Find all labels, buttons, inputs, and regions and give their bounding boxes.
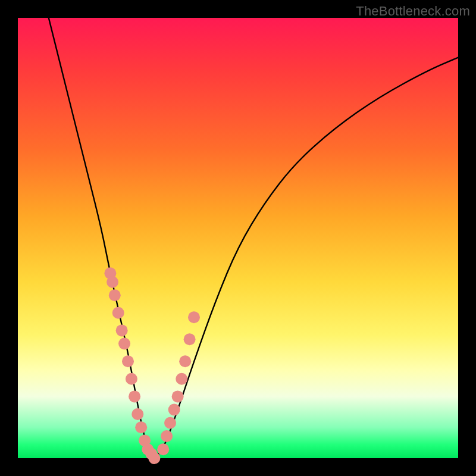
marker-dot	[179, 355, 191, 367]
marker-dot	[148, 452, 160, 464]
marker-dot	[131, 408, 143, 420]
watermark-text: TheBottleneck.com	[356, 4, 470, 19]
marker-dot	[176, 373, 187, 385]
marker-dot	[161, 430, 173, 442]
marker-dot	[157, 443, 169, 455]
marker-dot	[107, 276, 118, 288]
bottleneck-curve	[49, 18, 458, 456]
marker-dot	[122, 355, 134, 367]
plot-area	[18, 18, 458, 458]
marker-dot	[168, 404, 180, 416]
marker-group-right	[157, 311, 200, 455]
marker-dot	[126, 373, 137, 385]
marker-dot	[116, 324, 128, 336]
marker-dot	[135, 421, 147, 433]
marker-dot	[118, 338, 130, 350]
marker-dot	[129, 390, 140, 402]
marker-dot	[188, 311, 200, 323]
marker-group-left	[104, 267, 160, 464]
marker-dot	[112, 307, 124, 319]
marker-dot	[164, 417, 176, 429]
marker-dot	[109, 289, 121, 301]
marker-dot	[172, 390, 184, 402]
marker-dot	[184, 333, 196, 345]
chart-svg	[18, 18, 458, 458]
chart-frame: TheBottleneck.com	[0, 0, 476, 476]
